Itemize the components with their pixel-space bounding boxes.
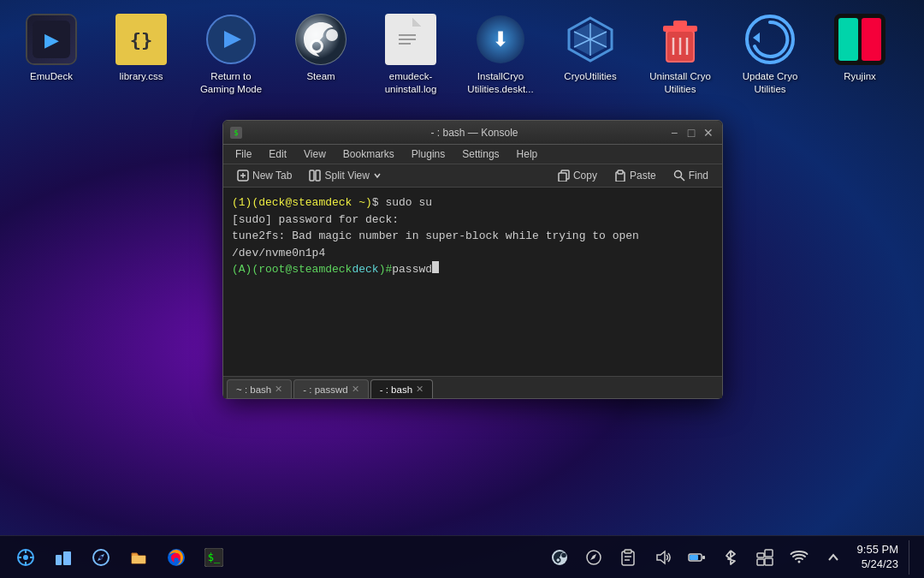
desktop-icon-emudeck[interactable]: ▶ EmuDeck: [9, 7, 94, 90]
tray-bluetooth-svg: [723, 549, 738, 566]
taskbar-discover-btn[interactable]: [84, 540, 118, 575]
svg-rect-50: [56, 555, 62, 565]
taskbar-firefox-btn[interactable]: [159, 540, 193, 575]
tray-volume-icon[interactable]: [649, 544, 676, 571]
konsole-menu-help[interactable]: Help: [508, 145, 547, 164]
konsole-title-spacer: $: [230, 127, 281, 139]
konsole-terminal[interactable]: (1)(deck@steamdeck ~)$ sudo su [sudo] pa…: [223, 188, 722, 376]
konsole-tab-bash2[interactable]: - : bash ✕: [370, 379, 433, 398]
taskbar: $_: [0, 535, 924, 578]
desktop-icon-cryoutil[interactable]: CryoUtilities: [548, 7, 633, 90]
panel-icon: [54, 548, 73, 567]
newtab-label: New Tab: [252, 170, 292, 182]
taskbar-clock[interactable]: 9:55 PM 5/24/23: [854, 543, 902, 572]
svg-text:{}: {}: [130, 29, 153, 51]
konsole-newtab-btn[interactable]: New Tab: [230, 167, 299, 184]
clock-date: 5/24/23: [857, 557, 898, 572]
tray-volume-svg: [654, 549, 671, 566]
term-line-4: (A)(root@steamdeck deck)# passwd: [232, 261, 714, 278]
konsole-paste-btn[interactable]: Paste: [607, 167, 663, 184]
konsole-maximize-btn[interactable]: □: [684, 126, 698, 140]
taskbar-show-desktop-btn[interactable]: [909, 540, 915, 575]
tray-discover-svg: [585, 549, 602, 566]
gaming-label: Return toGaming Mode: [200, 70, 262, 96]
konsole-tab-bash2-close[interactable]: ✕: [416, 384, 424, 395]
paste-label: Paste: [630, 170, 656, 182]
tray-wifi-svg: [790, 549, 808, 566]
file-icon-img: [385, 14, 436, 65]
konsole-copy-btn[interactable]: Copy: [551, 167, 604, 184]
desktop-icon-log[interactable]: emudeck-uninstall.log: [368, 7, 453, 103]
konsole-splitview-btn[interactable]: Split View: [302, 167, 388, 184]
svg-rect-30: [862, 18, 881, 61]
svg-rect-73: [765, 558, 773, 565]
svg-point-53: [99, 556, 103, 559]
svg-text:$: $: [234, 129, 239, 137]
terminal-title-icon: $: [230, 127, 242, 139]
tray-bluetooth-icon[interactable]: [717, 544, 744, 571]
tray-clipboard-icon[interactable]: [614, 544, 642, 571]
konsole-tab-bash2-label: - : bash: [380, 384, 412, 395]
desktop-icon-librarycss[interactable]: {} library.css: [98, 7, 184, 90]
chevron-up-icon: [827, 551, 839, 563]
konsole-menu-bookmarks[interactable]: Bookmarks: [335, 145, 403, 164]
konsole-tab-bash1[interactable]: ~ : bash ✕: [227, 379, 292, 398]
term-line-1: (1)(deck@steamdeck ~)$ sudo su: [232, 194, 714, 212]
taskbar-files-btn[interactable]: [121, 540, 156, 575]
konsole-tab-bash1-label: ~ : bash: [236, 384, 271, 395]
konsole-minimize-btn[interactable]: −: [667, 126, 681, 140]
copy-icon: [558, 170, 570, 182]
log-label: emudeck-uninstall.log: [385, 70, 437, 96]
desktop-icon-ryujinx[interactable]: Ryujinx: [817, 7, 903, 90]
steam-icon-img: [295, 14, 346, 65]
konsole-menu-edit[interactable]: Edit: [260, 145, 295, 164]
taskbar-konsole-btn[interactable]: $_: [197, 540, 231, 575]
tray-steam-svg: [550, 548, 569, 567]
konsole-close-btn[interactable]: ✕: [702, 126, 715, 140]
desktop-icon-installcryo[interactable]: ⬇ InstallCryoUtilities.deskt...: [458, 7, 543, 103]
konsole-menu-view[interactable]: View: [295, 145, 335, 164]
konsole-icon: $_: [204, 548, 223, 567]
svg-rect-37: [316, 170, 320, 181]
konsole-find-btn[interactable]: Find: [666, 167, 715, 184]
konsole-window: $ - : bash — Konsole − □ ✕ File Edit Vie…: [222, 120, 723, 399]
cryoutil-label: CryoUtilities: [564, 70, 616, 83]
konsole-menu-settings[interactable]: Settings: [453, 145, 507, 164]
svg-rect-51: [63, 551, 71, 565]
konsole-menubar: File Edit View Bookmarks Plugins Setting…: [223, 145, 722, 164]
tray-notifications-icon[interactable]: [751, 544, 779, 571]
konsole-menu-plugins[interactable]: Plugins: [403, 145, 453, 164]
svg-point-45: [23, 555, 28, 560]
svg-rect-71: [765, 550, 773, 557]
desktop-icon-uninstall[interactable]: Uninstall CryoUtilities: [637, 7, 723, 103]
svg-marker-66: [657, 551, 665, 563]
konsole-menu-file[interactable]: File: [227, 145, 260, 164]
tray-expand-icon[interactable]: [820, 544, 847, 571]
emudeck-icon-img: ▶: [26, 14, 77, 65]
svg-text:$_: $_: [208, 551, 221, 563]
svg-rect-29: [838, 18, 858, 61]
tray-battery-icon[interactable]: [683, 544, 710, 571]
svg-text:▶: ▶: [44, 29, 59, 51]
desktop-icon-updatecryo[interactable]: Update CryoUtilities: [727, 7, 813, 103]
svg-rect-21: [663, 26, 697, 32]
emudeck-label: EmuDeck: [30, 70, 73, 83]
konsole-tab-passwd-label: - : passwd: [303, 384, 347, 395]
firefox-icon: [166, 547, 187, 568]
tray-steam-icon[interactable]: [546, 544, 573, 571]
konsole-tabs: ~ : bash ✕ - : passwd ✕ - : bash ✕: [223, 376, 722, 398]
tray-discover-icon[interactable]: [580, 544, 607, 571]
apps-icon: [16, 548, 35, 567]
desktop-icon-steam[interactable]: Steam: [278, 7, 364, 90]
svg-point-42: [674, 171, 681, 178]
tray-wifi-icon[interactable]: [785, 544, 813, 571]
konsole-toolbar: New Tab Split View Copy: [223, 164, 722, 188]
taskbar-panel-btn[interactable]: [46, 540, 80, 575]
konsole-tab-bash1-close[interactable]: ✕: [275, 384, 282, 395]
konsole-titlebar: $ - : bash — Konsole − □ ✕: [223, 121, 722, 145]
taskbar-right: 9:55 PM 5/24/23: [546, 540, 915, 575]
konsole-tab-passwd[interactable]: - : passwd ✕: [293, 379, 368, 398]
taskbar-apps-btn[interactable]: [9, 540, 43, 575]
konsole-tab-passwd-close[interactable]: ✕: [352, 384, 359, 395]
desktop-icon-gaming[interactable]: Return toGaming Mode: [188, 7, 274, 103]
